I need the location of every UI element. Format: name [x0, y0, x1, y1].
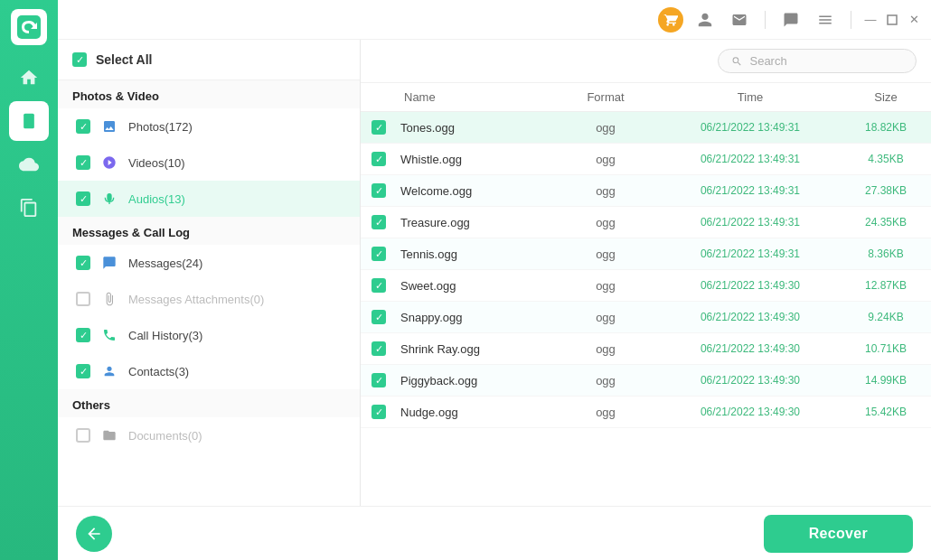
- table-header: Name Format Time Size: [361, 83, 931, 112]
- chat-icon[interactable]: [778, 7, 804, 33]
- file-format: ogg: [551, 184, 660, 198]
- file-name: Nudge.ogg: [397, 406, 551, 419]
- sidebar-item-phone[interactable]: [9, 101, 49, 141]
- content-area: Select All Photos & VideoPhotos(172)Vide…: [58, 40, 931, 506]
- search-input[interactable]: [749, 54, 903, 68]
- file-size: 9.24KB: [841, 311, 931, 323]
- search-icon: [731, 55, 742, 68]
- table-row[interactable]: Tennis.oggogg06/21/2022 13:49:318.36KB: [361, 238, 931, 270]
- app-logo: [11, 9, 47, 45]
- recover-button[interactable]: Recover: [764, 515, 913, 553]
- sidebar-item-contacts[interactable]: Contacts(3): [58, 353, 360, 389]
- file-time: 06/21/2022 13:49:30: [660, 406, 841, 418]
- row-checkbox-0[interactable]: [371, 120, 386, 135]
- mail-icon[interactable]: [727, 7, 752, 33]
- file-format: ogg: [551, 374, 660, 387]
- sidebar-item-cloud[interactable]: [9, 145, 49, 184]
- file-size: 12.87KB: [841, 279, 931, 292]
- file-format: ogg: [551, 247, 660, 261]
- checkbox-photos[interactable]: [76, 119, 90, 134]
- table-body: Tones.oggogg06/21/2022 13:49:3118.82KBWh…: [361, 112, 931, 506]
- category-header: Others: [58, 389, 360, 417]
- svg-rect-0: [17, 15, 41, 39]
- sidebar-item-transfer[interactable]: [9, 188, 49, 228]
- table-row[interactable]: Piggyback.oggogg06/21/2022 13:49:3014.99…: [361, 365, 931, 397]
- svg-rect-1: [24, 114, 34, 129]
- row-checkbox-7[interactable]: [371, 341, 386, 356]
- checkbox-documents[interactable]: [76, 428, 90, 443]
- table-row[interactable]: Nudge.oggogg06/21/2022 13:49:3015.42KB: [361, 397, 931, 428]
- user-icon[interactable]: [692, 7, 718, 33]
- table-row[interactable]: Snappy.oggogg06/21/2022 13:49:309.24KB: [361, 302, 931, 333]
- file-size: 8.36KB: [841, 247, 931, 260]
- checkbox-videos[interactable]: [76, 155, 90, 170]
- row-checkbox-5[interactable]: [371, 278, 386, 293]
- row-checkbox-4[interactable]: [371, 247, 386, 261]
- table-row[interactable]: Whistle.oggogg06/21/2022 13:49:314.35KB: [361, 144, 931, 175]
- item-label-documents: Documents(0): [128, 429, 345, 443]
- file-format: ogg: [551, 406, 660, 419]
- table-row[interactable]: Sweet.oggogg06/21/2022 13:49:3012.87KB: [361, 270, 931, 302]
- col-name: Name: [397, 90, 551, 104]
- checkbox-attachments[interactable]: [76, 292, 90, 306]
- file-size: 18.82KB: [841, 121, 931, 134]
- sidebar-item-documents[interactable]: Documents(0): [58, 417, 360, 453]
- menu-icon[interactable]: [813, 7, 838, 33]
- file-size: 27.38KB: [841, 184, 931, 197]
- checkbox-contacts[interactable]: [76, 364, 90, 378]
- select-all-checkbox[interactable]: [72, 52, 87, 67]
- table-row[interactable]: Welcome.oggogg06/21/2022 13:49:3127.38KB: [361, 175, 931, 207]
- row-checkbox-9[interactable]: [371, 405, 386, 419]
- sidebar-item-callhistory[interactable]: Call History(3): [58, 317, 360, 353]
- select-all-row[interactable]: Select All: [58, 40, 360, 80]
- file-name: Treasure.ogg: [397, 216, 551, 229]
- file-format: ogg: [551, 121, 660, 135]
- item-label-audios: Audios(13): [128, 192, 345, 206]
- close-button[interactable]: ✕: [907, 14, 920, 26]
- table-row[interactable]: Treasure.oggogg06/21/2022 13:49:3124.35K…: [361, 207, 931, 238]
- checkbox-messages[interactable]: [76, 256, 90, 270]
- col-checkbox: [361, 90, 397, 104]
- table-row[interactable]: Shrink Ray.oggogg06/21/2022 13:49:3010.7…: [361, 333, 931, 365]
- sidebar-item-videos[interactable]: Videos(10): [58, 145, 360, 181]
- item-icon-attachments: [99, 289, 119, 309]
- sidebar-item-audios[interactable]: Audios(13): [58, 181, 360, 217]
- row-checkbox-8[interactable]: [371, 373, 386, 387]
- sidebar-item-photos[interactable]: Photos(172): [58, 108, 360, 145]
- file-format: ogg: [551, 216, 660, 229]
- item-icon-videos: [99, 153, 119, 173]
- row-checkbox-3[interactable]: [371, 215, 386, 229]
- file-time: 06/21/2022 13:49:30: [660, 311, 841, 323]
- item-icon-callhistory: [99, 325, 119, 345]
- table-row[interactable]: Tones.oggogg06/21/2022 13:49:3118.82KB: [361, 112, 931, 144]
- file-size: 24.35KB: [841, 216, 931, 229]
- sidebar-item-attachments[interactable]: Messages Attachments(0): [58, 281, 360, 317]
- row-checkbox-1[interactable]: [371, 152, 386, 166]
- file-time: 06/21/2022 13:49:31: [660, 216, 841, 229]
- search-bar: [361, 40, 931, 83]
- category-header: Messages & Call Log: [58, 217, 360, 245]
- sidebar-item-messages[interactable]: Messages(24): [58, 245, 360, 281]
- minimize-button[interactable]: —: [864, 14, 877, 26]
- col-time: Time: [660, 90, 841, 104]
- main-content: — ✕ Select All Photos & VideoPhotos(172)…: [58, 0, 931, 560]
- cart-icon[interactable]: [658, 7, 683, 33]
- maximize-button[interactable]: [886, 14, 898, 26]
- row-checkbox-2[interactable]: [371, 183, 386, 198]
- row-checkbox-6[interactable]: [371, 310, 386, 324]
- col-format: Format: [551, 90, 660, 104]
- file-name: Whistle.ogg: [397, 153, 551, 166]
- checkbox-audios[interactable]: [76, 191, 90, 206]
- search-wrap: [718, 49, 917, 73]
- item-icon-contacts: [99, 361, 119, 381]
- file-size: 15.42KB: [841, 406, 931, 418]
- file-time: 06/21/2022 13:49:31: [660, 153, 841, 165]
- back-button[interactable]: [76, 516, 112, 552]
- checkbox-callhistory[interactable]: [76, 328, 90, 342]
- file-time: 06/21/2022 13:49:30: [660, 342, 841, 355]
- sidebar-item-home[interactable]: [9, 58, 49, 98]
- file-format: ogg: [551, 279, 660, 293]
- file-time: 06/21/2022 13:49:31: [660, 184, 841, 197]
- item-label-messages: Messages(24): [128, 257, 345, 270]
- select-all-label[interactable]: Select All: [96, 52, 153, 67]
